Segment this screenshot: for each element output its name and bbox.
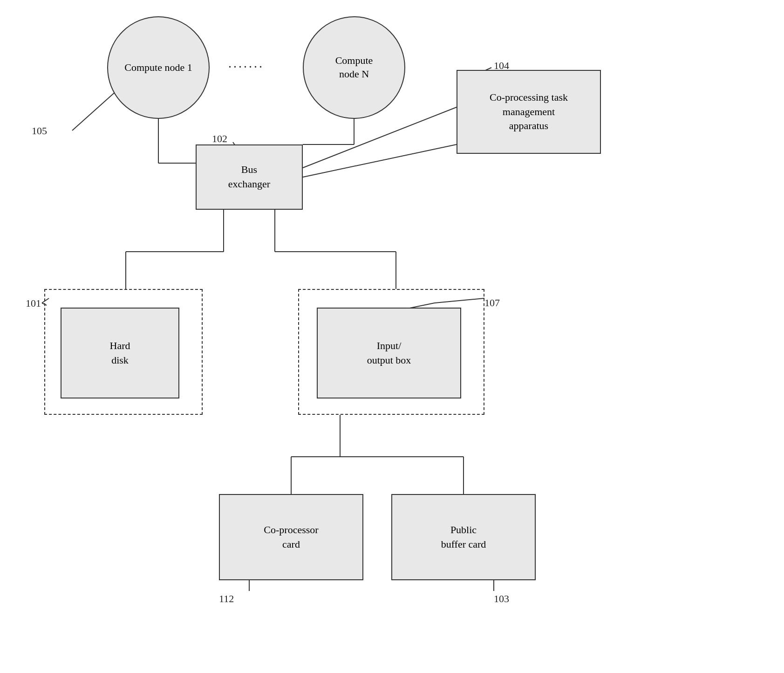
hard-disk-inner: Harddisk [61,308,179,398]
ref-101: 101 [26,297,41,309]
public-buffer-card: Publicbuffer card [391,494,536,580]
co-processor-card: Co-processorcard [219,494,363,580]
io-box-label: Input/output box [367,339,411,368]
ref-103: 103 [494,593,509,605]
compute-node-n-label: Computenode N [335,54,373,81]
compute-node-1-label: Compute node 1 [124,61,192,75]
bus-exchanger: Busexchanger [196,144,303,210]
svg-line-5 [303,144,457,177]
compute-node-1: Compute node 1 [107,16,210,119]
ref-102: 102 [212,133,227,145]
co-processing-label: Co-processing taskmanagementapparatus [490,90,568,133]
co-processor-card-label: Co-processorcard [264,523,318,552]
ref-105: 105 [32,125,47,137]
io-box-inner: Input/output box [317,308,461,398]
svg-line-4 [303,107,457,168]
ellipsis-label: ....... [228,56,264,71]
ref-107: 107 [484,297,500,309]
public-buffer-card-label: Publicbuffer card [441,523,486,552]
diagram: Compute node 1 Computenode N ....... Bus… [0,0,784,673]
svg-line-17 [72,91,116,130]
compute-node-n: Computenode N [303,16,405,119]
hard-disk-label: Harddisk [110,339,130,368]
bus-exchanger-label: Busexchanger [228,163,270,192]
ref-112: 112 [219,593,234,605]
ref-104: 104 [494,60,509,72]
co-processing-apparatus: Co-processing taskmanagementapparatus [457,70,601,154]
